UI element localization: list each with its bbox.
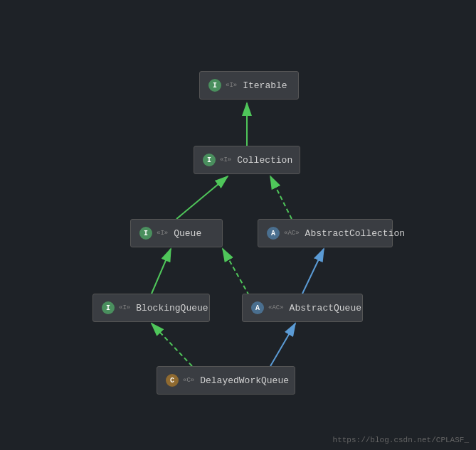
node-icon-delayedWorkQueue: C xyxy=(166,374,179,387)
node-icon-abstractQueue: A xyxy=(251,301,264,314)
node-label-abstractCollection: AbstractCollection xyxy=(305,228,405,239)
node-sublabel-queue: «I» xyxy=(157,230,168,237)
svg-line-6 xyxy=(152,249,171,294)
node-label-delayedWorkQueue: DelayedWorkQueue xyxy=(200,375,289,386)
node-abstractQueue: A«AC»AbstractQueue xyxy=(242,294,363,322)
node-abstractCollection: A«AC»AbstractCollection xyxy=(258,219,393,247)
node-sublabel-abstractCollection: «AC» xyxy=(284,230,300,237)
node-icon-abstractCollection: A xyxy=(267,227,280,240)
node-icon-blockingQueue: I xyxy=(102,301,115,314)
node-icon-queue: I xyxy=(139,227,152,240)
node-delayedWorkQueue: C«C»DelayedWorkQueue xyxy=(157,366,295,395)
svg-line-10 xyxy=(270,323,295,366)
node-queue: I«I»Queue xyxy=(130,219,223,247)
node-label-abstractQueue: AbstractQueue xyxy=(290,303,361,314)
svg-line-4 xyxy=(176,176,228,219)
node-collection: I«I»Collection xyxy=(194,146,300,174)
node-label-iterable: Iterable xyxy=(243,80,287,91)
node-label-collection: Collection xyxy=(237,155,292,166)
node-sublabel-collection: «I» xyxy=(220,156,231,164)
node-sublabel-blockingQueue: «I» xyxy=(119,304,130,311)
node-icon-collection: I xyxy=(203,154,216,166)
svg-line-9 xyxy=(152,323,192,366)
diagram-container: I«I»IterableI«I»CollectionI«I»QueueA«AC»… xyxy=(0,0,476,450)
node-sublabel-delayedWorkQueue: «C» xyxy=(183,377,194,384)
svg-line-5 xyxy=(270,176,292,219)
node-label-blockingQueue: BlockingQueue xyxy=(136,303,208,314)
node-icon-iterable: I xyxy=(208,79,221,92)
node-label-queue: Queue xyxy=(174,228,201,239)
node-sublabel-abstractQueue: «AC» xyxy=(268,304,284,311)
node-sublabel-iterable: «I» xyxy=(226,82,237,89)
watermark: https://blog.csdn.net/CPLASF_ xyxy=(333,436,469,444)
node-iterable: I«I»Iterable xyxy=(199,71,299,100)
node-blockingQueue: I«I»BlockingQueue xyxy=(92,294,210,322)
svg-line-8 xyxy=(302,249,324,294)
